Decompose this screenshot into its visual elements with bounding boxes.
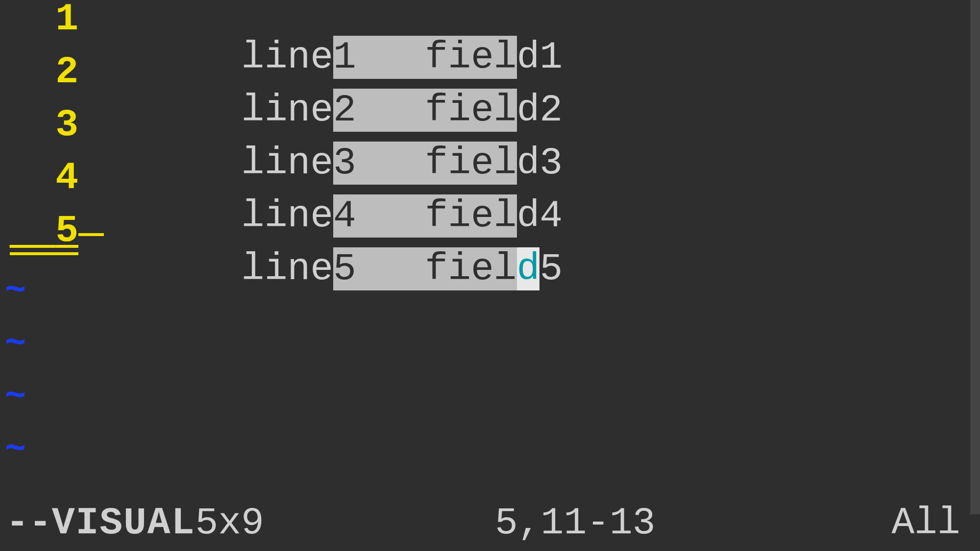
tilde-icon: ~	[0, 273, 26, 309]
status-line: -- VISUAL 5x9 5,11-13 All	[0, 504, 980, 542]
mode-name: VISUAL	[52, 504, 196, 542]
vim-editor[interactable]: 1 line1 field1 2 line2 field2 3 line3 fi…	[0, 0, 980, 551]
line-number: 1	[0, 0, 78, 38]
cursor-position: 5,11-13	[495, 504, 656, 542]
cursor: d	[517, 247, 540, 290]
visual-block-dimensions: 5x9	[195, 504, 264, 542]
text-line[interactable]: 4 line4 field4	[0, 159, 980, 212]
tilde-icon: ~	[0, 379, 26, 414]
line-number-current: 5	[0, 212, 78, 250]
line-number: 2	[0, 53, 78, 91]
text-line-current[interactable]: 5 line5 field5	[0, 212, 980, 264]
text-line[interactable]: 2 line2 field2	[0, 53, 980, 106]
empty-line: ~	[0, 370, 980, 423]
tilde-icon: ~	[0, 326, 26, 361]
scroll-indicator: All	[892, 504, 960, 542]
text-line[interactable]: 1 line1 field1	[0, 0, 980, 53]
line-number: 3	[0, 106, 78, 144]
gutter-underline	[78, 233, 104, 236]
line-text[interactable]: line5 field5	[104, 212, 563, 326]
scrollbar[interactable]	[970, 0, 980, 514]
text-plain: 5	[539, 247, 563, 290]
mode-prefix: --	[6, 504, 52, 542]
empty-line: ~	[0, 423, 980, 476]
text-line[interactable]: 3 line3 field3	[0, 106, 980, 159]
visual-block-selection: 5 fiel	[333, 247, 516, 290]
tilde-icon: ~	[0, 432, 26, 467]
line-number: 4	[0, 159, 78, 197]
text-plain: line	[242, 247, 333, 290]
